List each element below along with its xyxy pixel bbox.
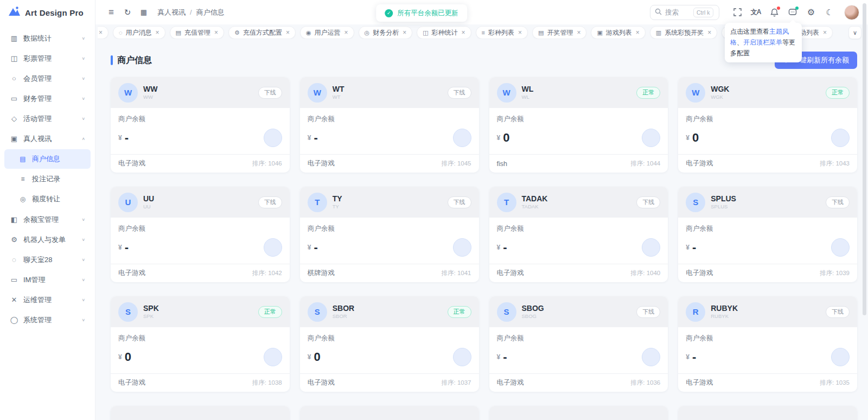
translate-icon[interactable]: 文A [748, 4, 764, 21]
sidebar: Art Design Pro ▥数据统计∨◫彩票管理∨○会员管理∨▭财务管理∨◇… [0, 0, 95, 420]
card-body: 商户余额¥- [111, 218, 290, 264]
tab-close-icon[interactable]: × [518, 29, 522, 36]
tab-财务分析[interactable]: ◎财务分析× [359, 26, 413, 39]
sidebar-subitem-投注记录[interactable]: ≡投注记录 [4, 169, 91, 189]
settings-gear-icon[interactable]: ⚙ [803, 4, 819, 21]
merchant-category: 电子游戏 [497, 269, 524, 278]
merchant-card-WGK: WWGKWGK正常商户余额¥0电子游戏排序: 1043 [678, 77, 857, 173]
tooltip-topbar-link[interactable]: 开启顶栏菜单 [743, 39, 782, 46]
sidebar-subitem-商户信息[interactable]: ▤商户信息 [4, 149, 91, 169]
refresh-balance-button[interactable] [264, 348, 282, 366]
card-header [300, 406, 479, 420]
tab-label: 用户消息 [126, 28, 152, 37]
refresh-balance-button[interactable] [831, 348, 850, 366]
sidebar-item-财务管理[interactable]: ▭财务管理∨ [4, 88, 91, 109]
refresh-balance-button[interactable] [642, 129, 660, 147]
balance-row: ¥- [497, 238, 661, 257]
tab-开奖管理[interactable]: ▤开奖管理× [532, 26, 586, 39]
notification-bell-icon[interactable] [766, 4, 782, 21]
sidebar-item-label: 运维管理 [23, 295, 81, 305]
tab-close-icon[interactable]: × [823, 29, 827, 36]
sidebar-item-IM管理[interactable]: ▭IM管理∨ [4, 270, 91, 290]
chat-icon[interactable] [784, 4, 801, 21]
sidebar-item-数据统计[interactable]: ▥数据统计∨ [4, 28, 91, 48]
sidebar-item-彩票管理[interactable]: ◫彩票管理∨ [4, 48, 91, 68]
sidebar-item-余额宝管理[interactable]: ◧余额宝管理∨ [4, 209, 91, 230]
card-body: 商户余额¥- [489, 218, 668, 264]
chevron-down-icon: ∨ [81, 36, 85, 41]
tab-用户运营[interactable]: ◉用户运营× [300, 26, 354, 39]
merchant-card-partial [111, 406, 290, 420]
refresh-balance-button[interactable] [831, 129, 850, 147]
refresh-balance-button[interactable] [831, 238, 850, 257]
merchant-card-SBOR: SSBORSBOR正常商户余额¥0电子游戏排序: 1037 [300, 296, 479, 392]
sidebar-subitem-额度转让[interactable]: ◎额度转让 [4, 189, 91, 209]
tab-close-icon[interactable]: × [577, 29, 580, 36]
tab-彩种统计[interactable]: ◫彩种统计× [417, 26, 471, 39]
tab-充值管理[interactable]: ▤充值管理× [170, 26, 224, 39]
refresh-balance-button[interactable] [642, 348, 660, 366]
tab-用户消息[interactable]: ◌用户消息× [113, 26, 165, 39]
refresh-balance-button[interactable] [642, 238, 660, 257]
merchant-card-WW: WWWWW下线商户余额¥-电子游戏排序: 1046 [111, 77, 290, 173]
tab-close-icon[interactable]: × [99, 29, 103, 36]
merchant-identity: WGKWGK [711, 85, 729, 100]
sidebar-item-系统管理[interactable]: ◯系统管理∨ [4, 310, 91, 330]
tab-close-icon[interactable]: × [403, 29, 406, 36]
merchant-card-grid-next-row [111, 406, 857, 420]
logo-icon [8, 5, 21, 20]
dark-mode-icon[interactable]: ☾ [821, 4, 838, 21]
refresh-balance-button[interactable] [453, 348, 471, 366]
vertical-scrollbar-thumb[interactable] [863, 3, 866, 315]
sidebar-item-会员管理[interactable]: ○会员管理∨ [4, 68, 91, 88]
tabs-more-button[interactable]: ∨ [848, 26, 861, 39]
tab-系统彩预开奖[interactable]: ▥系统彩预开奖× [650, 26, 717, 39]
tab-close-icon[interactable]: × [214, 29, 218, 36]
balance-label: 商户余额 [118, 114, 282, 124]
tab-close-icon[interactable]: × [344, 29, 348, 36]
tab-close-icon[interactable]: × [707, 29, 711, 36]
search-input[interactable] [665, 9, 690, 16]
refresh-balance-button[interactable] [453, 129, 471, 147]
tab-表[interactable]: 表× [98, 26, 108, 39]
yuan-symbol: ¥ [308, 244, 311, 251]
tab-close-icon[interactable]: × [156, 29, 159, 36]
merchant-category: 电子游戏 [118, 378, 145, 387]
menu-toggle-icon[interactable]: ≡ [103, 4, 119, 21]
tab-close-icon[interactable]: × [286, 29, 290, 36]
refresh-balance-button[interactable] [264, 129, 282, 147]
balance-value: - [692, 240, 696, 254]
search-box[interactable]: Ctrl k [650, 5, 719, 20]
apps-grid-icon[interactable]: ▦ [136, 4, 152, 21]
sidebar-item-真人视讯[interactable]: ▣真人视讯∧ [4, 129, 91, 149]
tab-充值方式配置[interactable]: ⚙充值方式配置× [228, 26, 296, 39]
sidebar-item-聊天室28[interactable]: ◌聊天室28∨ [4, 250, 91, 270]
refresh-balance-button[interactable] [453, 238, 471, 257]
sidebar-item-活动管理[interactable]: ◇活动管理∨ [4, 109, 91, 129]
fullscreen-icon[interactable] [729, 4, 745, 21]
merchant-name: WT [333, 85, 344, 94]
refresh-page-icon[interactable]: ↻ [119, 4, 136, 21]
im-mgmt-icon: ▭ [10, 276, 18, 284]
sidebar-item-机器人与发单[interactable]: ⚙机器人与发单∨ [4, 230, 91, 250]
merchant-card-SPLUS: SSPLUSSPLUS下线商户余额¥-电子游戏排序: 1039 [678, 187, 857, 282]
tab-close-icon[interactable]: × [462, 29, 465, 36]
breadcrumb-parent[interactable]: 真人视讯 [157, 8, 186, 17]
tooltip-separator: 、 [737, 39, 743, 46]
card-header: WWLWL正常 [489, 77, 668, 108]
refresh-balance-button[interactable] [264, 238, 282, 257]
sidebar-item-label: 余额宝管理 [23, 215, 81, 225]
merchant-sort: 排序: 1044 [630, 160, 660, 168]
merchant-sort: 排序: 1043 [820, 160, 850, 168]
sidebar-item-运维管理[interactable]: ✕运维管理∨ [4, 290, 91, 310]
merchant-identity: SBOGSBOG [522, 304, 544, 320]
status-badge: 下线 [448, 196, 471, 208]
tab-close-icon[interactable]: × [636, 29, 640, 36]
tab-彩种列表[interactable]: ≡彩种列表× [476, 26, 528, 39]
main-area: ≡ ↻ ▦ 真人视讯 / 商户信息 Ctrl k 文A [95, 0, 868, 420]
user-avatar[interactable] [844, 5, 859, 20]
yuan-symbol: ¥ [308, 134, 311, 142]
merchant-code: TY [333, 203, 342, 210]
tab-游戏列表[interactable]: ▣游戏列表× [591, 26, 645, 39]
sidebar-item-label: 会员管理 [23, 74, 81, 84]
